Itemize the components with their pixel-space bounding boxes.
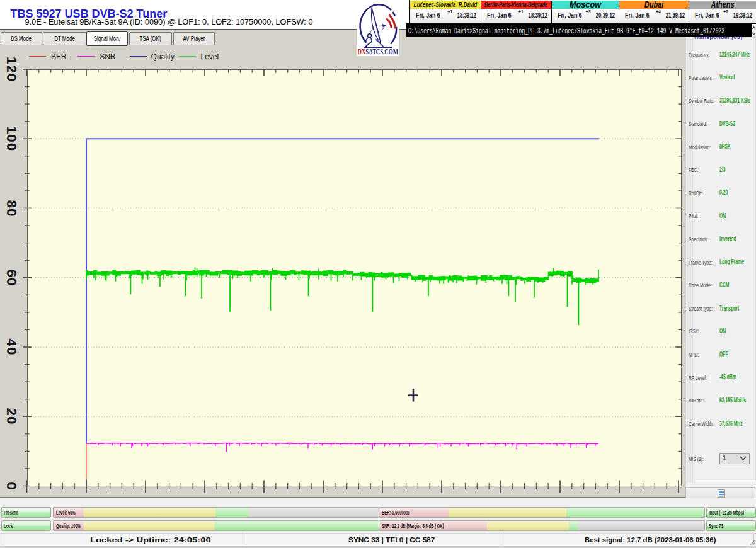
svg-text:DXSATCS.COM: DXSATCS.COM xyxy=(358,47,399,56)
